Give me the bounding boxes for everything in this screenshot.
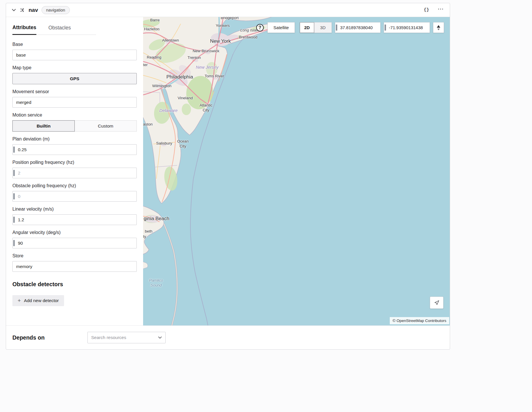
base-field: Base xyxy=(12,42,137,60)
obstacle-polling-label: Obstacle polling frequency (hz) xyxy=(12,183,137,188)
linear-velocity-field: Linear velocity (m/s) xyxy=(12,207,137,225)
angular-velocity-field: Angular velocity (deg/s) xyxy=(12,230,137,248)
search-resources-placeholder: Search resources xyxy=(91,335,126,340)
angular-velocity-input[interactable] xyxy=(12,238,137,248)
navigation-service-icon xyxy=(19,7,25,13)
attributes-panel: Attributes Obstacles Base Map type GPS M… xyxy=(6,17,143,325)
depends-on-label: Depends on xyxy=(12,334,87,341)
depends-on-select[interactable]: Search resources xyxy=(87,332,166,343)
motion-service-label: Motion service xyxy=(12,113,137,118)
tab-attributes[interactable]: Attributes xyxy=(12,25,36,35)
plan-deviation-label: Plan deviation (m) xyxy=(12,136,137,142)
raw-json-icon[interactable]: {} xyxy=(424,8,429,12)
basemap-svg xyxy=(143,17,450,325)
plus-icon: + xyxy=(18,297,21,304)
movement-sensor-field: Movement sensor xyxy=(12,89,137,108)
service-type-badge: navigation xyxy=(42,6,70,14)
map-mode-segment: 2D 3D xyxy=(300,22,332,33)
zoom-stepper-button[interactable] xyxy=(433,22,444,33)
map-controls: ? Satellite 2D 3D xyxy=(256,22,444,33)
plan-deviation-field: Plan deviation (m) xyxy=(12,136,137,155)
longitude-input[interactable] xyxy=(384,22,430,33)
obstacle-polling-field: Obstacle polling frequency (hz) xyxy=(12,183,137,202)
panel-tabs: Attributes Obstacles xyxy=(12,25,96,35)
help-icon[interactable]: ? xyxy=(256,24,264,31)
store-input[interactable] xyxy=(12,261,137,272)
latitude-input[interactable] xyxy=(335,22,381,33)
plan-deviation-input[interactable] xyxy=(12,144,137,155)
latitude-field xyxy=(335,22,381,33)
linear-velocity-input[interactable] xyxy=(12,214,137,225)
locate-button[interactable] xyxy=(430,297,443,309)
map-attribution: © OpenStreetMap Contributors xyxy=(390,317,449,324)
position-polling-field: Position polling frequency (hz) xyxy=(12,160,137,178)
obstacle-polling-input[interactable] xyxy=(12,191,137,202)
store-label: Store xyxy=(12,253,137,259)
triangle-down-icon xyxy=(437,29,440,30)
position-polling-input[interactable] xyxy=(12,168,137,178)
position-polling-label: Position polling frequency (hz) xyxy=(12,160,137,165)
motion-service-field: Motion service Builtin Custom xyxy=(12,113,137,132)
motion-service-toggle: Builtin Custom xyxy=(12,120,137,132)
motion-service-custom-option[interactable]: Custom xyxy=(75,120,137,132)
store-field: Store xyxy=(12,253,137,272)
obstacle-detectors-heading: Obstacle detectors xyxy=(12,281,137,288)
page-title: nav xyxy=(29,7,38,13)
card-footer: Depends on Search resources xyxy=(6,325,450,349)
add-detector-label: Add new detector xyxy=(24,298,59,303)
map-type-gps-button[interactable]: GPS xyxy=(12,73,137,84)
longitude-field xyxy=(384,22,430,33)
map-type-field: Map type GPS xyxy=(12,65,137,84)
base-label: Base xyxy=(12,42,137,47)
tab-obstacles[interactable]: Obstacles xyxy=(48,25,71,35)
map-canvas[interactable]: BarreHazletonBridgeportYonkersNew YorkLo… xyxy=(143,17,450,325)
movement-sensor-label: Movement sensor xyxy=(12,89,137,94)
chevron-down-icon xyxy=(158,336,162,339)
collapse-chevron-icon[interactable] xyxy=(12,9,16,11)
map-type-label: Map type xyxy=(12,65,137,70)
movement-sensor-input[interactable] xyxy=(12,97,137,108)
base-input[interactable] xyxy=(12,50,137,60)
linear-velocity-label: Linear velocity (m/s) xyxy=(12,207,137,212)
triangle-up-icon xyxy=(437,25,440,28)
motion-service-builtin-option[interactable]: Builtin xyxy=(12,120,75,132)
overflow-menu-icon[interactable]: ⋯ xyxy=(438,8,444,13)
paper-plane-icon xyxy=(434,300,440,306)
card-header: nav navigation {} ⋯ xyxy=(6,3,450,17)
nav-service-card: nav navigation {} ⋯ Attributes Obstacles… xyxy=(6,3,450,350)
angular-velocity-label: Angular velocity (deg/s) xyxy=(12,230,137,235)
mode-2d-button[interactable]: 2D xyxy=(300,22,314,33)
add-detector-button[interactable]: + Add new detector xyxy=(12,295,64,306)
mode-3d-button[interactable]: 3D xyxy=(314,22,332,33)
satellite-button[interactable]: Satellite xyxy=(267,22,295,33)
